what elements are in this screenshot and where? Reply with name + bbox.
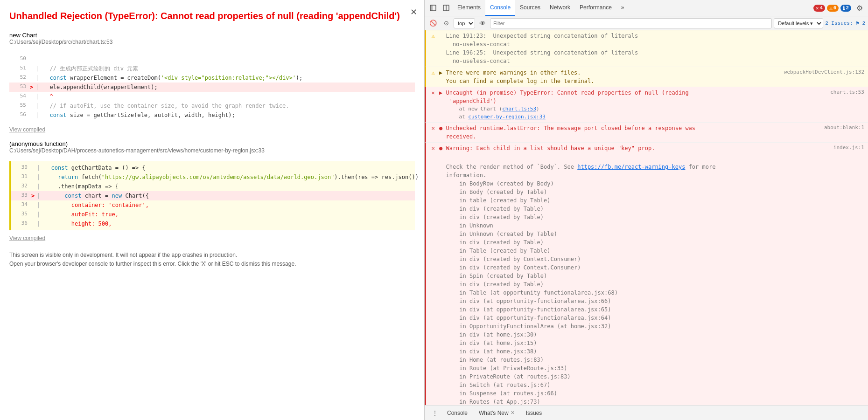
console-entry-error-2: ✕ ● Unchecked runtime.lastError: The mes… (425, 123, 868, 143)
whatsnew-close[interactable]: ✕ (511, 410, 515, 416)
code-line: 55 | // if autoFit, use the container si… (9, 101, 415, 110)
error-icon-2: ✕ (430, 125, 436, 131)
tab-console[interactable]: Console (485, 0, 515, 16)
tab-elements[interactable]: Elements (453, 0, 485, 16)
view-compiled-2[interactable]: View compiled (9, 235, 415, 241)
error-overlay: ✕ Unhandled Rejection (TypeError): Canno… (0, 0, 425, 420)
code-line: 50 (9, 55, 415, 64)
code-line: 52 | const wrapperElement = createDom('<… (9, 73, 415, 83)
bottom-tab-whatsnew[interactable]: What's New ✕ (474, 408, 519, 418)
devtools-tabs: Elements Console Sources Network Perform… (453, 0, 629, 16)
code-line: 54 | ^ (9, 92, 415, 101)
tab-performance[interactable]: Performance (575, 0, 616, 16)
info-text: This screen is visible only in developme… (9, 251, 415, 269)
console-toolbar: 🚫 ⊙ top 👁 Default levels ▾ 2 Issues: ⚑ 2 (425, 16, 868, 30)
warning-icon: ⚠ (430, 33, 436, 39)
tab-more[interactable]: » (616, 0, 629, 16)
issues-badge[interactable]: 2 Issues: ⚑ 2 (825, 20, 865, 26)
error-icon-3: ✕ (430, 145, 436, 151)
devtools-right-icons: ✕ 4 ⚠ 6 ℹ 2 ⚙ (813, 1, 866, 14)
error-badge[interactable]: ✕ 4 (813, 5, 825, 12)
code-line: 51 | // 生成内部正式绘制的 div 元素 (9, 64, 415, 73)
svg-rect-1 (430, 5, 433, 11)
tab-network[interactable]: Network (545, 0, 575, 16)
chart-link[interactable]: chart.ts:53 (830, 89, 864, 96)
devtools-panel: Elements Console Sources Network Perform… (425, 0, 868, 420)
error-title: Unhandled Rejection (TypeError): Cannot … (9, 9, 415, 22)
code-line: 35 | autoFit: true, (11, 210, 415, 219)
code-line-active: 53 > | ele.appendChild(wrapperElement); (9, 83, 415, 92)
stack-frame-2: (anonymous function) C:/Users/sej/Deskto… (9, 140, 415, 154)
func-name-2: (anonymous function) (9, 140, 415, 147)
levels-select[interactable]: Default levels ▾ (774, 18, 823, 28)
code-line: 36 | height: 500, (11, 219, 415, 228)
bottom-menu-button[interactable]: ⋮ (429, 407, 441, 419)
settings-button[interactable]: ⚙ (853, 1, 866, 14)
filter-input[interactable] (490, 18, 772, 28)
index-link[interactable]: index.js:1 (833, 144, 864, 152)
webpack-link[interactable]: webpackHotDevClient.js:132 (784, 69, 864, 76)
code-line: 30 | const getChartData = () => { (11, 163, 415, 172)
bottom-tabs: ⋮ Console What's New ✕ Issues (425, 405, 868, 420)
console-entry-error-3: ✕ ● Warning: Each child in a list should… (425, 143, 868, 405)
console-entry-error-1: ✕ ▶ Uncaught (in promise) TypeError: Can… (425, 87, 868, 123)
console-entry-warning-1: ⚠ Line 191:23: Unexpected string concate… (425, 30, 868, 67)
code-block-2: 30 | const getChartData = () => { 31 | r… (9, 161, 415, 230)
bottom-tab-console[interactable]: Console (442, 408, 472, 418)
context-select[interactable]: top (454, 18, 475, 28)
func-name-1: new Chart (9, 32, 415, 39)
about-blank-link[interactable]: about:blank:1 (824, 124, 864, 132)
close-button[interactable]: ✕ (410, 7, 417, 17)
error-icon-1: ✕ (430, 90, 436, 96)
file-path-1: C:/Users/sej/Desktop/src/chart/chart.ts:… (9, 39, 415, 45)
eye-button[interactable]: 👁 (477, 18, 488, 29)
warning-badge[interactable]: ⚠ 6 (827, 5, 839, 12)
inspect-icon[interactable] (440, 1, 453, 14)
preserve-log-button[interactable]: ⊙ (441, 18, 452, 29)
code-line: 32 | .then(mapData => { (11, 182, 415, 191)
bottom-tab-issues[interactable]: Issues (521, 408, 547, 418)
info-badge[interactable]: ℹ 2 (840, 5, 851, 12)
clear-console-button[interactable]: 🚫 (427, 18, 439, 29)
code-block-1: 50 51 | // 生成内部正式绘制的 div 元素 52 | const w… (9, 53, 415, 122)
code-line: 56 | const size = getChartSize(ele, auto… (9, 110, 415, 120)
dock-icon[interactable] (427, 1, 440, 14)
stack-frame-1: new Chart C:/Users/sej/Desktop/src/chart… (9, 32, 415, 45)
warning-icon-2: ⚠ (430, 69, 436, 76)
view-compiled-1[interactable]: View compiled (9, 126, 415, 133)
code-line: 34 | container: 'container', (11, 200, 415, 210)
tab-sources[interactable]: Sources (515, 0, 545, 16)
devtools-top-toolbar: Elements Console Sources Network Perform… (425, 0, 868, 16)
console-output[interactable]: ⚠ Line 191:23: Unexpected string concate… (425, 30, 868, 405)
code-line: 31 | return fetch("https://gw.alipayobje… (11, 172, 415, 182)
file-path-2: C:/Users/sej/Desktop/DAH/process-autonet… (9, 147, 415, 154)
console-entry-warning-2: ⚠ ▶ There were more warnings in other fi… (425, 67, 868, 87)
code-line-active-2: 33 > | const chart = new Chart({ (11, 191, 415, 200)
